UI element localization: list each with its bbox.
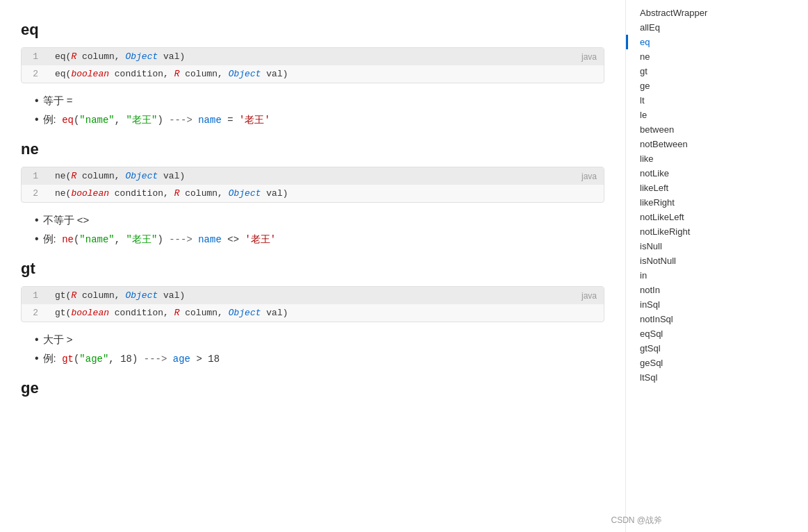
sidebar-item-in[interactable]: in — [626, 268, 764, 283]
code-block-gt: java 1 gt(R column, Object val) 2 gt(boo… — [21, 286, 604, 322]
main-content: eq java 1 eq(R column, Object val) 2 eq(… — [0, 0, 625, 532]
section-eq: eq java 1 eq(R column, Object val) 2 eq(… — [21, 21, 604, 126]
lang-label-ne: java — [582, 172, 597, 181]
line-number: 1 — [22, 51, 49, 62]
bullet-gt-desc: 大于 > — [35, 333, 604, 347]
code-line-ne-1: 1 ne(R column, Object val) — [22, 167, 604, 185]
line-content: eq(R column, Object val) — [49, 50, 190, 63]
sidebar-item-notlikeleft[interactable]: notLikeLeft — [626, 210, 764, 224]
line-number: 1 — [22, 290, 49, 301]
sidebar-item-gt[interactable]: gt — [626, 64, 764, 78]
line-content: ne(boolean condition, R column, Object v… — [49, 187, 294, 200]
lang-label-eq: java — [582, 52, 597, 62]
sidebar-item-ltsql[interactable]: ltSql — [626, 370, 764, 385]
bullets-eq: 等于 = 例: eq("name", "老王") ---> name = '老王… — [35, 94, 604, 126]
code-line-gt-1: 1 gt(R column, Object val) — [22, 287, 604, 304]
section-ne: ne java 1 ne(R column, Object val) 2 ne(… — [21, 140, 604, 246]
bullet-ne-example: 例: ne("name", "老王") ---> name <> '老王' — [35, 233, 604, 246]
bullet-eq-desc: 等于 = — [35, 94, 604, 108]
sidebar-item-notbetween[interactable]: notBetween — [626, 137, 764, 151]
sidebar-item-notin[interactable]: notIn — [626, 283, 764, 297]
lang-label-gt: java — [582, 291, 597, 301]
bullets-ne: 不等于 <> 例: ne("name", "老王") ---> name <> … — [35, 214, 604, 246]
code-line-gt-2: 2 gt(boolean condition, R column, Object… — [22, 304, 604, 322]
heading-ge: ge — [21, 379, 604, 397]
sidebar-item-isnotnull[interactable]: isNotNull — [626, 253, 764, 268]
line-content: gt(R column, Object val) — [49, 289, 190, 302]
sidebar-item-like[interactable]: like — [626, 151, 764, 166]
sidebar-item-notlike[interactable]: notLike — [626, 166, 764, 181]
heading-ne: ne — [21, 140, 604, 158]
sidebar-item-between[interactable]: between — [626, 122, 764, 137]
code-block-eq: java 1 eq(R column, Object val) 2 eq(boo… — [21, 47, 604, 83]
section-ge: ge — [21, 379, 604, 397]
sidebar-item-lt[interactable]: lt — [626, 93, 764, 108]
sidebar-item-eqsql[interactable]: eqSql — [626, 326, 764, 341]
right-sidebar: AbstractWrapper allEq eq ne gt ge lt le … — [625, 0, 764, 532]
bullet-ne-desc: 不等于 <> — [35, 214, 604, 227]
code-block-ne: java 1 ne(R column, Object val) 2 ne(boo… — [21, 167, 604, 203]
sidebar-item-likeleft[interactable]: likeLeft — [626, 181, 764, 195]
line-number: 1 — [22, 171, 49, 181]
heading-gt: gt — [21, 260, 604, 278]
section-gt: gt java 1 gt(R column, Object val) 2 gt(… — [21, 260, 604, 365]
line-number: 2 — [22, 188, 49, 199]
code-line-ne-2: 2 ne(boolean condition, R column, Object… — [22, 185, 604, 202]
line-content: ne(R column, Object val) — [49, 169, 190, 183]
sidebar-item-insql[interactable]: inSql — [626, 297, 764, 312]
bullet-eq-example: 例: eq("name", "老王") ---> name = '老王' — [35, 113, 604, 126]
footer-label: CSDN @战斧 — [611, 515, 662, 526]
bullet-gt-example: 例: gt("age", 18) ---> age > 18 — [35, 352, 604, 365]
sidebar-item-gesql[interactable]: geSql — [626, 356, 764, 370]
sidebar-item-alleq[interactable]: allEq — [626, 20, 764, 35]
sidebar-item-le[interactable]: le — [626, 108, 764, 122]
sidebar-item-gtsql[interactable]: gtSql — [626, 341, 764, 356]
code-line-eq-1: 1 eq(R column, Object val) — [22, 48, 604, 65]
sidebar-item-ne[interactable]: ne — [626, 49, 764, 64]
sidebar-item-abstractwrapper[interactable]: AbstractWrapper — [626, 6, 764, 20]
line-content: gt(boolean condition, R column, Object v… — [49, 306, 294, 319]
bullets-gt: 大于 > 例: gt("age", 18) ---> age > 18 — [35, 333, 604, 365]
line-content: eq(boolean condition, R column, Object v… — [49, 67, 294, 81]
sidebar-item-isnull[interactable]: isNull — [626, 239, 764, 253]
sidebar-item-ge[interactable]: ge — [626, 78, 764, 93]
sidebar-item-notinsql[interactable]: notInSql — [626, 312, 764, 326]
line-number: 2 — [22, 308, 49, 318]
heading-eq: eq — [21, 21, 604, 39]
sidebar-item-notlikeright[interactable]: notLikeRight — [626, 224, 764, 239]
line-number: 2 — [22, 69, 49, 79]
sidebar-item-likeright[interactable]: likeRight — [626, 195, 764, 210]
sidebar-item-eq[interactable]: eq — [626, 35, 764, 49]
code-line-eq-2: 2 eq(boolean condition, R column, Object… — [22, 65, 604, 83]
